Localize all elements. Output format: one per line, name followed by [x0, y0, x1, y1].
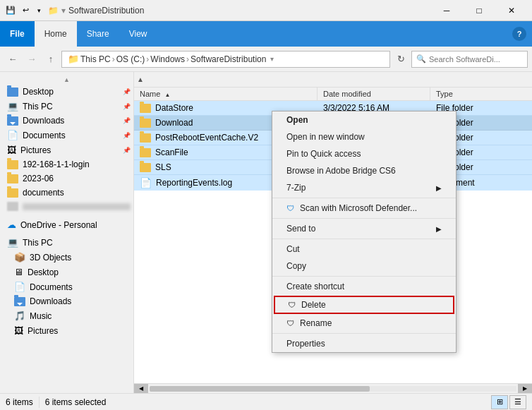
sidebar-label-blurred: [23, 203, 131, 210]
ctx-sep-1: [272, 198, 456, 198]
sidebar-item-3d[interactable]: 📦 3D Objects: [0, 250, 133, 265]
minimize-button[interactable]: ─: [430, 0, 463, 21]
tab-home[interactable]: Home: [35, 21, 77, 47]
search-input[interactable]: [429, 55, 523, 64]
title-bar-separator: ▾: [61, 6, 66, 16]
col-header-name[interactable]: Name ▲: [134, 88, 318, 100]
content-area: ▲ Name ▲ Date modified Type DataStore 3/…: [134, 72, 532, 393]
sidebar-item-documents-1[interactable]: 📄 Documents 📌: [0, 128, 133, 143]
quick-access-bar: 💾 ↩ ▾: [4, 4, 44, 17]
tab-share[interactable]: Share: [77, 21, 119, 47]
save-icon[interactable]: 💾: [4, 4, 17, 17]
scroll-thumb[interactable]: [150, 386, 370, 392]
folder-icon-scanfile: [140, 148, 151, 157]
ctx-item-pin-quick[interactable]: Pin to Quick access: [272, 145, 456, 162]
sidebar-item-this-pc-2[interactable]: 💻 This PC: [0, 235, 133, 250]
sidebar-label-desktop-1: Desktop: [23, 87, 119, 97]
ctx-item-defender[interactable]: 🛡 Scan with Microsoft Defender...: [272, 200, 456, 217]
tab-view[interactable]: View: [119, 21, 157, 47]
ctx-item-delete[interactable]: 🛡 Delete: [274, 296, 454, 314]
path-softwaredistribution[interactable]: SoftwareDistribution: [191, 54, 266, 64]
sidebar-item-this-pc-1[interactable]: 💻 This PC 📌: [0, 99, 133, 114]
ctx-item-open-new-window[interactable]: Open in new window: [272, 128, 456, 145]
doc-file-icon: 📄: [140, 177, 152, 188]
scroll-left-btn[interactable]: ◀: [134, 384, 148, 394]
details-view-btn[interactable]: ⊞: [491, 395, 508, 409]
sidebar-label-docs: documents: [23, 188, 131, 198]
path-windows[interactable]: Windows: [150, 54, 185, 64]
qa-dropdown-icon[interactable]: ▾: [34, 4, 44, 17]
context-menu: Open Open in new window Pin to Quick acc…: [272, 111, 457, 353]
ctx-item-cut[interactable]: Cut: [272, 241, 456, 258]
tab-file[interactable]: File: [0, 21, 35, 47]
folder-icon-downloads-1: [7, 116, 18, 126]
path-sep-3: ›: [186, 54, 189, 64]
sidebar-item-192[interactable]: 192-168-1-1-login: [0, 157, 133, 171]
ctx-sep-3: [272, 239, 456, 239]
sidebar-label-3d: 3D Objects: [30, 253, 131, 263]
col-header-date[interactable]: Date modified: [318, 88, 430, 100]
ctx-item-open[interactable]: Open: [272, 111, 456, 128]
sidebar-item-desktop-2[interactable]: 🖥 Desktop: [0, 265, 133, 279]
maximize-button[interactable]: □: [463, 0, 495, 21]
sidebar-label-music: Music: [30, 311, 131, 321]
forward-button[interactable]: →: [23, 51, 40, 68]
ctx-rename-label: Rename: [300, 318, 332, 328]
tiles-view-btn[interactable]: ☰: [509, 395, 526, 409]
pin-icon-3: 📌: [123, 117, 131, 124]
ribbon: File Home Share View ?: [0, 21, 532, 47]
ctx-item-rename[interactable]: 🛡 Rename: [272, 315, 456, 332]
defender-icon: 🛡: [286, 204, 294, 212]
sidebar-item-pictures-2[interactable]: 🖼 Pictures: [0, 323, 133, 338]
path-this-pc[interactable]: This PC: [80, 54, 111, 64]
up-button[interactable]: ↑: [42, 51, 59, 68]
sidebar-item-onedrive[interactable]: ☁ OneDrive - Personal: [0, 217, 133, 232]
ctx-item-copy[interactable]: Copy: [272, 258, 456, 275]
ctx-item-create-shortcut[interactable]: Create shortcut: [272, 278, 456, 295]
doc-icon-1: 📄: [7, 130, 18, 140]
sidebar-item-blurred[interactable]: [0, 200, 133, 213]
folder-icon-desktop: [7, 88, 18, 97]
ctx-item-7zip[interactable]: 7-Zip ▶: [272, 179, 456, 196]
collapse-bar[interactable]: ▲: [0, 75, 133, 85]
sidebar-item-downloads-2[interactable]: Downloads: [0, 294, 133, 308]
undo-icon[interactable]: ↩: [19, 4, 32, 17]
scroll-right-btn[interactable]: ▶: [518, 384, 532, 394]
computer-icon-1: 💻: [7, 101, 18, 111]
ctx-send-to-arrow: ▶: [436, 225, 442, 233]
help-icon[interactable]: ?: [512, 27, 526, 41]
ctx-item-properties[interactable]: Properties: [272, 335, 456, 352]
sidebar-item-pictures-1[interactable]: 🖼 Pictures 📌: [0, 143, 133, 157]
close-button[interactable]: ✕: [495, 0, 528, 21]
ctx-pin-quick-label: Pin to Quick access: [286, 149, 361, 159]
ctx-sep-2: [272, 218, 456, 219]
path-os[interactable]: OS (C:): [116, 54, 145, 64]
pic-icon-1: 🖼: [7, 145, 16, 155]
path-sep-1: ›: [112, 54, 115, 64]
sidebar-item-downloads-1[interactable]: Downloads 📌: [0, 114, 133, 128]
path-dropdown-icon[interactable]: ▾: [270, 55, 274, 63]
ctx-defender-label: Scan with Microsoft Defender...: [300, 203, 417, 213]
sidebar-item-documents-2[interactable]: 📄 Documents: [0, 279, 133, 294]
file-list-header: Name ▲ Date modified Type: [134, 88, 532, 101]
ctx-item-adobe[interactable]: Browse in Adobe Bridge CS6: [272, 162, 456, 179]
sidebar-item-2023[interactable]: 2023-06: [0, 171, 133, 186]
sidebar-item-documents-folder[interactable]: documents: [0, 186, 133, 200]
sort-bar: ▲: [134, 72, 532, 88]
main-layout: ▲ Desktop 📌 💻 This PC 📌 Downloads 📌 📄 Do…: [0, 72, 532, 393]
horizontal-scrollbar[interactable]: ◀ ▶: [134, 383, 532, 393]
back-button[interactable]: ←: [4, 51, 21, 68]
sidebar-item-music[interactable]: 🎵 Music: [0, 308, 133, 323]
sidebar-label-this-pc-2: This PC: [23, 238, 131, 248]
file-name-postreboot: PostRebootEventCache.V2: [155, 133, 258, 143]
sidebar-item-desktop-1[interactable]: Desktop 📌: [0, 85, 133, 99]
search-box[interactable]: 🔍: [411, 51, 528, 68]
ctx-item-send-to[interactable]: Send to ▶: [272, 220, 456, 237]
ctx-adobe-label: Browse in Adobe Bridge CS6: [286, 166, 396, 176]
sidebar-label-downloads-2: Downloads: [30, 296, 131, 306]
scroll-track[interactable]: [150, 386, 516, 392]
pin-icon-2: 📌: [123, 103, 131, 110]
col-header-type[interactable]: Type: [430, 88, 532, 100]
address-path[interactable]: 📁 This PC › OS (C:) › Windows › Software…: [61, 51, 390, 68]
refresh-button[interactable]: ↻: [392, 51, 409, 68]
